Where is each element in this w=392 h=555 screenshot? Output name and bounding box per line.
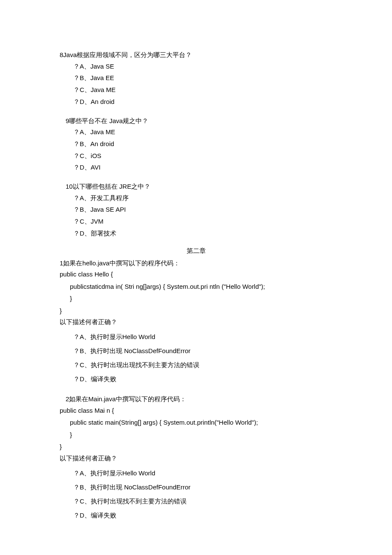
code-block: public class Mai n { public static main(… [60, 405, 332, 453]
question-8: 8Java根据应用领域不同，区分为哪三大平台？ ？A、Java SE ？B、Ja… [60, 49, 332, 108]
chapter-title: 第二章 [60, 247, 332, 255]
option-c: ？C、执行时出现找不到主要方法的错误 [73, 494, 332, 508]
option-d: ？D、编译失败 [73, 508, 332, 522]
code-line: public class Mai n { [60, 405, 332, 417]
followup-text: 以下描述何者正确？ [60, 453, 332, 463]
question-text: 1如果在hello.java中撰写以下的程序代码： [60, 258, 332, 269]
question-2-1: 1如果在hello.java中撰写以下的程序代码： public class H… [60, 258, 332, 386]
options-list: ？A、执行时显示Hello World ？B、执行时出现 NoClassDefF… [60, 330, 332, 386]
code-line: publicstaticdma in( Stri ng[]args) { Sys… [60, 281, 332, 293]
options-list: ？A、Java ME ？B、An droid ？C、iOS ？D、AVI [66, 126, 332, 173]
option-c: ？C、Java ME [73, 84, 332, 96]
question-text: 2如果在Main.java中撰写以下的程序代码： [60, 394, 332, 405]
code-line: public class Hello { [60, 268, 332, 281]
code-line: } [60, 441, 332, 453]
option-a: ？A、执行时显示Hello World [73, 466, 332, 480]
option-a: ？A、Java ME [73, 126, 332, 138]
code-line: public static main(String[] args) { Syst… [60, 417, 332, 429]
option-b: ？B、An droid [73, 138, 332, 150]
code-block: public class Hello { publicstaticdma in(… [60, 268, 332, 317]
followup-text: 以下描述何者正确？ [60, 317, 332, 327]
question-2-2: 2如果在Main.java中撰写以下的程序代码： public class Ma… [60, 394, 332, 522]
option-a: ？A、开发工具程序 [73, 192, 332, 204]
question-10: 10以下哪些包括在 JRE之中？ ？A、开发工具程序 ？B、Java SE AP… [60, 181, 332, 239]
question-text: 10以下哪些包括在 JRE之中？ [66, 181, 332, 192]
option-d: ？D、AVI [73, 161, 332, 173]
option-d: ？D、部署技术 [73, 227, 332, 239]
options-list: ？A、Java SE ？B、Java EE ？C、Java ME ？D、An d… [60, 60, 332, 108]
option-c: ？C、JVM [73, 216, 332, 227]
code-line: } [60, 429, 332, 441]
option-d: ？D、An droid [73, 96, 332, 108]
option-b: ？B、执行时出现 NoClassDefFoundError [73, 480, 332, 494]
question-text: 8Java根据应用领域不同，区分为哪三大平台？ [60, 49, 332, 60]
option-b: ？B、执行时出现 NoClassDefFoundError [73, 344, 332, 358]
option-a: ？A、执行时显示Hello World [73, 330, 332, 344]
code-line: } [60, 305, 332, 317]
option-b: ？B、Java EE [73, 72, 332, 84]
option-c: ？C、iOS [73, 150, 332, 162]
options-list: ？A、执行时显示Hello World ？B、执行时出现 NoClassDefF… [60, 466, 332, 522]
options-list: ？A、开发工具程序 ？B、Java SE API ？C、JVM ？D、部署技术 [66, 192, 332, 239]
document-page: 8Java根据应用领域不同，区分为哪三大平台？ ？A、Java SE ？B、Ja… [0, 0, 392, 555]
option-d: ？D、编译失败 [73, 372, 332, 386]
code-line: } [60, 293, 332, 305]
option-a: ？A、Java SE [73, 60, 332, 72]
question-9: 9哪些平台不在 Java规之中？ ？A、Java ME ？B、An droid … [60, 115, 332, 174]
question-text: 9哪些平台不在 Java规之中？ [66, 115, 332, 127]
option-c: ？C、执行时出现出现找不到主要方法的错误 [73, 358, 332, 372]
option-b: ？B、Java SE API [73, 204, 332, 216]
